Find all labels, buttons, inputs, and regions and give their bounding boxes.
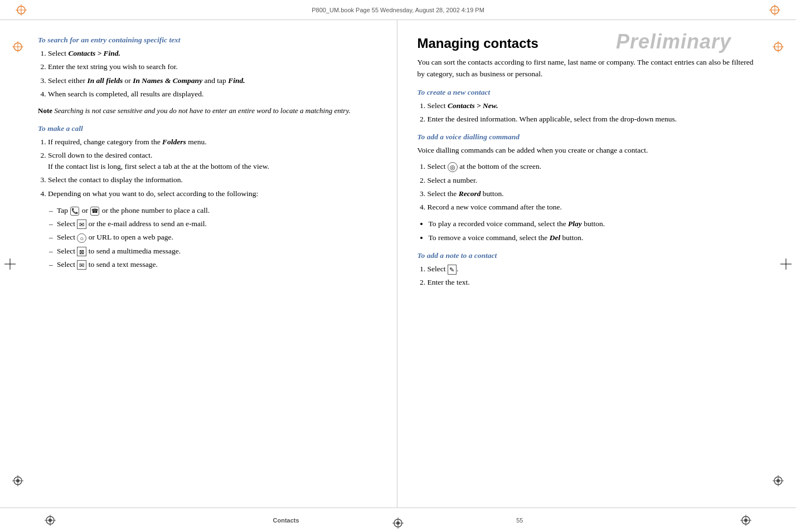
voice-step-2-text: Select a number. [428,176,478,184]
left-column: To search for an entry containing specif… [38,20,397,507]
bottom-footer: Contacts 55 [0,507,796,532]
make-call-steps-list: If required, change category from the Fo… [48,136,379,199]
sms-icon: ✉ [77,260,86,270]
mms-icon: ⊠ [77,247,86,256]
mic-icon: ◎ [448,162,458,172]
phone2-icon: ☎ [90,207,99,216]
call-step-2: Scroll down to the desired contact. If t… [48,150,379,173]
search-step-2-text: Enter the text string you wish to search… [48,62,178,71]
two-columns: To search for an entry containing specif… [38,20,758,507]
call-step-3-text: Select the contact to display the inform… [48,175,183,184]
top-bar: P800_UM.book Page 55 Wednesday, August 2… [0,0,796,20]
voice-dialling-title: To add a voice dialling command [418,133,759,141]
create-step-1: Select Contacts > New. [428,100,759,111]
note-label: Note [38,106,54,115]
right-column: Preliminary Managing contacts You can so… [397,20,759,507]
create-step-2: Enter the desired information. When appl… [428,114,759,125]
search-step-4-text: When search is completed, all results ar… [48,90,203,98]
search-step-3: Select either In all fields or In Names … [48,75,379,86]
call-step-4: Depending on what you want to do, select… [48,188,379,199]
search-step-4: When search is completed, all results ar… [48,89,379,100]
note-icon: ✎ [448,265,457,275]
create-step-2-text: Enter the desired information. When appl… [428,115,677,123]
voice-bullet-1: To play a recorded voice command, select… [429,218,759,230]
call-step-4-text: Depending on what you want to do, select… [48,189,258,198]
search-step-1: Select Contacts > Find. [48,48,379,59]
voice-step-1: Select ◎ at the bottom of the screen. [428,161,759,172]
call-sub-list: Tap 📞 or ☎ or the phone number to place … [49,205,379,270]
content-area: To search for an entry containing specif… [0,20,796,507]
reg-mark-right-mid [780,258,792,270]
reg-mark-footer-left [45,515,56,526]
note-step-2-text: Enter the text. [428,278,470,286]
note-step-1: Select ✎. [428,263,759,275]
note-body: Searching is not case sensitive and you … [54,106,350,115]
right-margin [758,20,796,507]
page: P800_UM.book Page 55 Wednesday, August 2… [0,0,796,532]
search-steps-list: Select Contacts > Find. Enter the text s… [48,48,379,100]
call-sub-2: Select ✉ or the e-mail address to send a… [49,218,379,230]
voice-dialling-steps: Select ◎ at the bottom of the screen. Se… [428,161,759,213]
contacts-find-label: Contacts > Find. [68,49,120,57]
voice-step-3: Select the Record button. [428,188,759,199]
voice-step-4: Record a new voice command after the ton… [428,202,759,213]
reg-mark-left-mid [4,258,16,270]
create-contact-title: To create a new contact [418,88,759,97]
call-step-1-text: If required, change category from the Fo… [48,138,207,146]
voice-step-2: Select a number. [428,175,759,186]
reg-mark-right-top [773,41,784,52]
call-step-1: If required, change category from the Fo… [48,136,379,148]
footer-contacts-label: Contacts [273,517,299,524]
search-section-title: To search for an entry containing specif… [38,36,379,45]
call-sub-3: Select ○ or URL to open a web page. [49,232,379,243]
select-label-new: Select [428,101,448,110]
call-sub-5: Select ✉ to send a text message. [49,259,379,270]
page-header-text: P800_UM.book Page 55 Wednesday, August 2… [312,7,484,13]
managing-contacts-heading: Managing contacts [418,36,759,51]
contacts-new-label: Contacts > New. [448,101,498,110]
globe-icon: ○ [77,233,86,243]
note-step-2: Enter the text. [428,277,759,288]
create-contact-steps: Select Contacts > New. Enter the desired… [428,100,759,125]
voice-bullet-2: To remove a voice command, select the De… [429,232,759,243]
call-sub-4: Select ⊠ to send a multimedia message. [49,246,379,257]
search-note: Note Searching is not case sensitive and… [38,105,379,116]
call-sub-1: Tap 📞 or ☎ or the phone number to place … [49,205,379,216]
call-step-3: Select the contact to display the inform… [48,174,379,186]
reg-mark-left-bot [12,475,23,486]
voice-dialling-intro: Voice dialling commands can be added whe… [418,145,759,157]
voice-step-3-text: Select the Record button. [428,189,504,198]
reg-mark-footer-right [740,515,751,526]
voice-bullets: To play a recorded voice command, select… [429,218,759,243]
reg-mark-top-left [16,4,27,16]
managing-contacts-intro: You can sort the contacts according to f… [418,57,759,80]
voice-step-4-text: Record a new voice command after the ton… [428,203,562,211]
phone-icon: 📞 [70,207,79,216]
footer-center-mark [392,518,404,530]
reg-mark-top-right [769,4,780,16]
call-step-2-text: Scroll down to the desired contact. If t… [48,151,269,170]
email-icon: ✉ [77,219,86,229]
search-step-2: Enter the text string you wish to search… [48,61,379,72]
select-label: Select [48,49,68,57]
search-step-3-text: Select either In all fields or In Names … [48,76,245,85]
reg-mark-left-top [12,41,23,52]
make-call-section-title: To make a call [38,124,379,133]
add-note-title: To add a note to a contact [418,251,759,260]
footer-page-number: 55 [516,517,523,524]
left-margin [0,20,38,507]
reg-mark-right-bot [773,475,784,486]
add-note-steps: Select ✎. Enter the text. [428,263,759,289]
